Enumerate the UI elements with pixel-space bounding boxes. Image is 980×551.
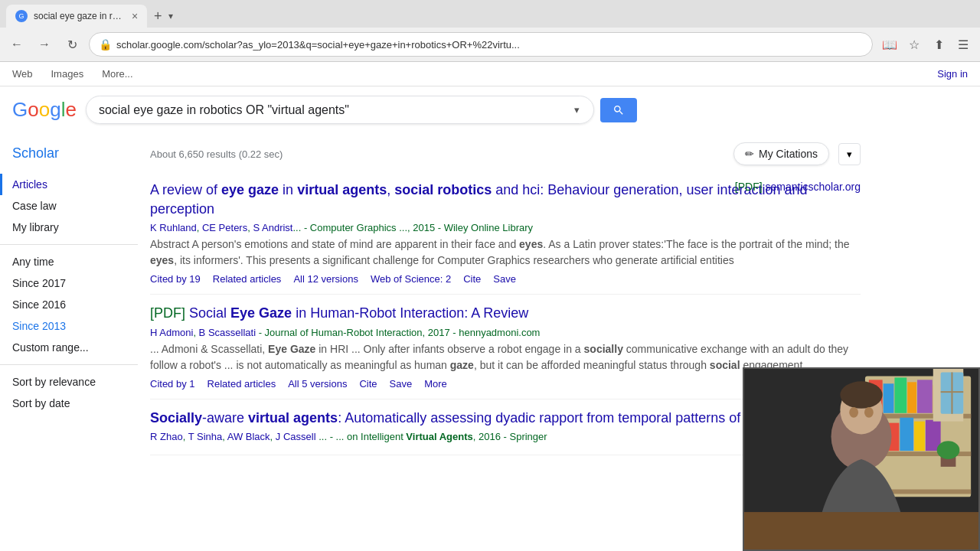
video-overlay (743, 367, 980, 455)
search-dropdown-button[interactable]: ▾ (573, 103, 581, 117)
cite-2[interactable]: Cite (359, 378, 377, 390)
scholar-label[interactable]: Scholar (0, 145, 138, 174)
tab-close-icon[interactable]: × (132, 10, 138, 22)
svg-point-25 (849, 407, 858, 418)
bookmark-button[interactable]: ☆ (903, 34, 925, 55)
all-versions-1[interactable]: All 12 versions (293, 273, 358, 285)
nav-bar: ← → ↻ 🔒 scholar.google.com/scholar?as_yl… (0, 28, 980, 61)
author-ruhland[interactable]: K Ruhland (150, 222, 197, 233)
more-2[interactable]: More (424, 378, 447, 390)
related-articles-2[interactable]: Related articles (207, 378, 276, 390)
logo-g: G (12, 98, 28, 121)
svg-rect-14 (914, 422, 925, 451)
logo-o1: o (28, 98, 38, 121)
logo-e: e (65, 98, 76, 121)
author-cassell[interactable]: J Cassell (276, 431, 316, 442)
pdf-link-1[interactable]: [PDF] semanticscholar.org (735, 181, 861, 193)
share-button[interactable]: ⬆ (928, 34, 949, 55)
pdf-source-1: semanticscholar.org (765, 181, 861, 193)
author-scassellati[interactable]: B Scassellati (199, 327, 256, 338)
search-input[interactable] (99, 103, 573, 117)
browser-chrome: G social eye gaze in robot × + ▾ ← → ↻ 🔒… (0, 0, 980, 62)
logo-o2: o (39, 98, 50, 121)
author-peters[interactable]: CE Peters (202, 222, 247, 233)
sidebar-section-type: Articles Case law My library (0, 174, 138, 238)
related-articles-1[interactable]: Related articles (213, 273, 282, 285)
author-admoni[interactable]: H Admoni (150, 327, 193, 338)
svg-point-26 (864, 407, 874, 418)
pdf-label-1: [PDF] (735, 181, 763, 193)
save-1[interactable]: Save (493, 273, 516, 285)
tab-list-button[interactable]: ▾ (168, 11, 184, 21)
my-citations-button[interactable]: ✏ My Citations (733, 142, 829, 165)
toolbar-more[interactable]: More... (102, 68, 132, 80)
search-box-wrapper: ▾ (86, 96, 637, 124)
result-meta-2: H Admoni, B Scassellati - Journal of Hum… (150, 327, 861, 338)
toolbar-web[interactable]: Web (12, 68, 33, 80)
sidebar-item-custom-range[interactable]: Custom range... (0, 337, 138, 358)
address-bar[interactable]: 🔒 scholar.google.com/scholar?as_ylo=2013… (89, 32, 873, 57)
search-box[interactable]: ▾ (86, 96, 594, 124)
cited-by-1[interactable]: Cited by 19 (150, 273, 201, 285)
svg-rect-6 (884, 383, 894, 412)
result-title-link-2[interactable]: Social Eye Gaze in Human-Robot Interacti… (189, 305, 528, 321)
google-logo: Google (12, 98, 77, 122)
header-right: ✏ My Citations ▾ (733, 142, 861, 165)
sidebar-item-since-2013[interactable]: Since 2013 (0, 315, 138, 337)
sidebar-item-since-2017[interactable]: Since 2017 (0, 272, 138, 294)
cited-by-2[interactable]: Cited by 1 (150, 378, 195, 390)
result-meta-1: K Ruhland, CE Peters, S Andrist... - Com… (150, 222, 861, 233)
author-zhao[interactable]: R Zhao (150, 431, 183, 442)
search-button[interactable] (600, 98, 637, 122)
result-title-link-1[interactable]: A review of eye gaze in virtual agents, … (150, 182, 808, 217)
sidebar-section-time: Any time Since 2017 Since 2016 Since 201… (0, 251, 138, 358)
menu-button[interactable]: ☰ (952, 34, 974, 55)
sidebar-item-case-law[interactable]: Case law (0, 195, 138, 217)
nav-actions: 📖 ☆ ⬆ ☰ (879, 34, 974, 55)
active-tab[interactable]: G social eye gaze in robot × (6, 5, 147, 28)
sidebar-item-my-library[interactable]: My library (0, 217, 138, 238)
sidebar-item-since-2016[interactable]: Since 2016 (0, 294, 138, 315)
new-tab-button[interactable]: + (147, 5, 168, 27)
result-title-2[interactable]: [PDF] Social Eye Gaze in Human-Robot Int… (150, 304, 861, 323)
reader-view-button[interactable]: 📖 (879, 34, 900, 55)
sidebar-item-sort-relevance[interactable]: Sort by relevance (0, 371, 138, 393)
all-versions-2[interactable]: All 5 versions (288, 378, 347, 390)
sidebar-item-sort-date[interactable]: Sort by date (0, 393, 138, 414)
tab-favicon: G (15, 10, 28, 22)
refresh-button[interactable]: ↻ (61, 34, 83, 55)
results-header: About 6,650 results (0.22 sec) ✏ My Cita… (150, 133, 861, 171)
forward-button[interactable]: → (34, 34, 55, 55)
svg-rect-13 (900, 418, 913, 451)
svg-rect-7 (894, 377, 906, 412)
my-citations-label: My Citations (759, 148, 818, 160)
author-sinha[interactable]: T Sinha (188, 431, 223, 442)
svg-rect-19 (941, 391, 964, 393)
tab-bar: G social eye gaze in robot × + ▾ (0, 0, 980, 28)
sidebar-item-any-time[interactable]: Any time (0, 251, 138, 272)
result-item-1: [PDF] semanticscholar.org A review of ey… (150, 171, 861, 295)
cite-1[interactable]: Cite (463, 273, 481, 285)
svg-point-24 (840, 381, 882, 409)
svg-rect-9 (917, 380, 933, 412)
pdf-label-2: [PDF] (150, 305, 185, 321)
result-snippet-1: Abstract A person's emotions and state o… (150, 236, 861, 269)
svg-rect-18 (951, 372, 952, 413)
toolbar-images[interactable]: Images (51, 68, 84, 80)
svg-rect-8 (907, 382, 916, 412)
video-placeholder (744, 369, 978, 455)
result-actions-1: Cited by 19 Related articles All 12 vers… (150, 273, 861, 285)
sidebar-item-articles[interactable]: Articles (0, 174, 138, 195)
web-of-science-1[interactable]: Web of Science: 2 (371, 273, 451, 285)
back-button[interactable]: ← (6, 34, 28, 55)
author-andrist[interactable]: S Andrist (253, 222, 292, 233)
logo-g2: g (50, 98, 60, 121)
save-2[interactable]: Save (390, 378, 413, 390)
sidebar: Scholar Articles Case law My library Any… (0, 133, 138, 455)
result-title-link-3[interactable]: Socially-aware virtual agents: Automatic… (150, 410, 797, 425)
author-black[interactable]: AW Black (227, 431, 270, 442)
lock-icon: 🔒 (99, 38, 112, 51)
my-citations-dropdown-button[interactable]: ▾ (838, 143, 861, 165)
google-toolbar: Web Images More... Sign in (0, 62, 980, 86)
sign-in-link[interactable]: Sign in (937, 68, 968, 80)
